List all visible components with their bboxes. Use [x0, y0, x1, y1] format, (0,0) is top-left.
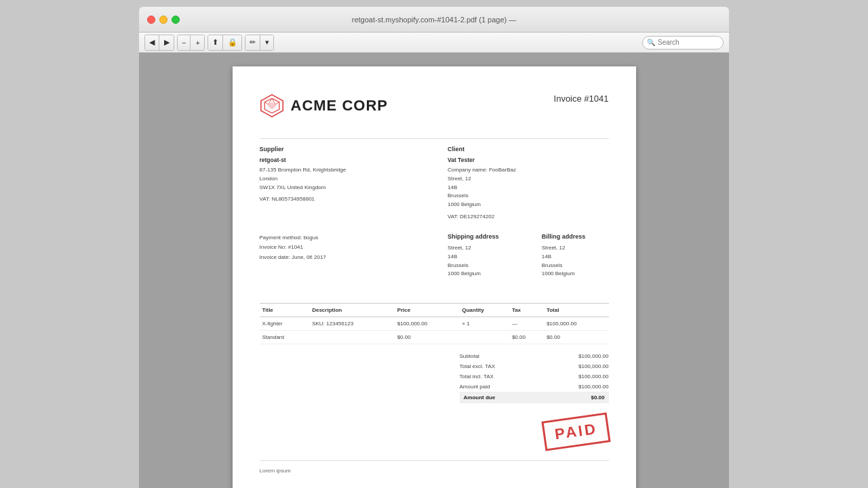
amount-due-label: Amount due [464, 394, 496, 401]
annotate-button[interactable]: ✏ [245, 35, 260, 50]
supplier-name: retgoat-st [260, 157, 421, 163]
col-total: Total [544, 304, 609, 317]
col-description: Description [309, 304, 395, 317]
total-excl-row: Total excl. TAX $100,000.00 [460, 361, 609, 371]
back-button[interactable]: ◀ [145, 35, 159, 50]
row1-title: X-fighter [260, 317, 310, 331]
zoom-out-button[interactable]: − [178, 35, 191, 50]
logo-area: ACME CORP [260, 94, 388, 118]
table-row: X-fighter SKU: 123456123 $100,000.00 × 1… [260, 317, 609, 331]
total-incl-label: Total incl. TAX [460, 373, 494, 380]
client-addr1: Street, 12 [448, 175, 609, 184]
forward-button[interactable]: ▶ [160, 35, 174, 50]
shipping-line2: 14B [448, 253, 515, 262]
row1-tax: — [509, 317, 544, 331]
supplier-address3: SW1X 7XL United Kingdom [260, 184, 421, 192]
total-incl-row: Total incl. TAX $100,000.00 [460, 371, 609, 382]
pdf-page: ACME CORP Invoice #1041 Supplier retgoat… [233, 66, 636, 488]
paid-stamp-area: PAID [260, 417, 609, 447]
amount-paid-label: Amount paid [460, 384, 490, 390]
client-title: Client [448, 146, 609, 152]
addr-columns: Shipping address Street, 12 14B Brussels… [448, 233, 609, 289]
invoice-date: Invoice date: June, 06 2017 [260, 253, 421, 262]
shipping-line4: 1000 Belgium [448, 270, 515, 279]
client-vat: VAT: DE129274202 [448, 214, 609, 220]
amount-paid-row: Amount paid $100,000.00 [460, 382, 609, 392]
total-excl-label: Total excl. TAX [460, 363, 496, 369]
supplier-client-section: Supplier retgoat-st 87-135 Brompton Rd, … [260, 146, 609, 220]
traffic-lights [147, 16, 180, 24]
supplier-vat: VAT: NL805734958801 [260, 196, 421, 202]
toolbar: ◀ ▶ − + ⬆ 🔒 ✏ ▾ 🔍 [139, 33, 729, 53]
client-section: Client Vat Tester Company name: FooBarBa… [448, 146, 609, 220]
footer-text: Lorem ipsum [260, 468, 609, 474]
pdf-wrapper: ACME CORP Invoice #1041 Supplier retgoat… [139, 53, 729, 488]
col-price: Price [395, 304, 460, 317]
more-button[interactable]: ▾ [261, 35, 273, 50]
invoice-header: ACME CORP Invoice #1041 [260, 94, 609, 118]
client-name: Vat Tester [448, 157, 609, 163]
row2-total: $0.00 [544, 331, 609, 344]
header-divider [260, 138, 609, 139]
payment-address-section: Payment method: bogus Invoice No: #1041 … [260, 233, 609, 289]
totals-section: Subtotal $100,000.00 Total excl. TAX $10… [260, 351, 609, 403]
window-title: retgoat-st.myshopify.com-#1041-2.pdf (1 … [352, 16, 517, 24]
annotate-group: ✏ ▾ [245, 35, 274, 51]
billing-line1: Street, 12 [542, 244, 609, 253]
col-title: Title [260, 304, 310, 317]
row1-desc: SKU: 123456123 [309, 317, 395, 331]
row2-tax: $0.00 [509, 331, 544, 344]
shipping-line1: Street, 12 [448, 244, 515, 253]
table-header-row: Title Description Price Quantity Tax Tot… [260, 304, 609, 317]
search-icon: 🔍 [647, 39, 655, 46]
close-button[interactable] [147, 16, 155, 24]
amount-paid-value: $100,000.00 [578, 384, 609, 390]
nav-group: ◀ ▶ [144, 35, 174, 51]
client-addr4: 1000 Belgium [448, 201, 609, 209]
billing-line3: Brussels [542, 262, 609, 270]
share-group: ⬆ 🔒 [208, 35, 242, 51]
billing-line2: 14B [542, 253, 609, 262]
row1-price: $100,000.00 [395, 317, 460, 331]
shipping-line3: Brussels [448, 262, 515, 270]
row2-title: Standard [260, 331, 310, 344]
invoice-table: Title Description Price Quantity Tax Tot… [260, 303, 609, 344]
row2-qty [459, 331, 509, 344]
footer-divider [260, 460, 609, 461]
payment-section: Payment method: bogus Invoice No: #1041 … [260, 233, 421, 289]
col-tax: Tax [509, 304, 544, 317]
search-input[interactable] [658, 39, 719, 46]
fullscreen-button[interactable] [172, 16, 180, 24]
zoom-group: − + [177, 35, 205, 51]
col-quantity: Quantity [459, 304, 509, 317]
total-incl-value: $100,000.00 [578, 373, 609, 380]
row2-price: $0.00 [395, 331, 460, 344]
client-addr3: Brussels [448, 192, 609, 201]
company-logo [260, 94, 284, 118]
subtotal-value: $100,000.00 [578, 353, 609, 359]
billing-title: Billing address [542, 233, 609, 240]
shipping-billing: Shipping address Street, 12 14B Brussels… [448, 233, 609, 279]
supplier-address1: 87-135 Brompton Rd, Knightsbridge [260, 166, 421, 175]
table-row: Standard $0.00 $0.00 $0.00 [260, 331, 609, 344]
subtotal-row: Subtotal $100,000.00 [460, 351, 609, 361]
amount-due-row: Amount due $0.00 [460, 392, 609, 403]
client-company: Company name: FooBarBaz [448, 166, 609, 175]
zoom-in-button[interactable]: + [191, 35, 203, 50]
totals-table: Subtotal $100,000.00 Total excl. TAX $10… [460, 351, 609, 403]
company-name: ACME CORP [291, 97, 388, 115]
paid-stamp: PAID [541, 413, 610, 451]
search-box[interactable]: 🔍 [642, 36, 724, 49]
share-button[interactable]: ⬆ [208, 35, 223, 50]
billing-line4: 1000 Belgium [542, 270, 609, 279]
lock-button[interactable]: 🔒 [224, 35, 241, 50]
invoice-no-line: Invoice No: #1041 [260, 243, 421, 252]
total-excl-value: $100,000.00 [578, 363, 609, 369]
row2-desc [309, 331, 395, 344]
titlebar: retgoat-st.myshopify.com-#1041-2.pdf (1 … [139, 7, 729, 33]
minimize-button[interactable] [159, 16, 167, 24]
client-addr2: 14B [448, 184, 609, 192]
supplier-section: Supplier retgoat-st 87-135 Brompton Rd, … [260, 146, 421, 220]
payment-method: Payment method: bogus [260, 233, 421, 243]
invoice-number-text: Invoice #1041 [554, 94, 609, 104]
